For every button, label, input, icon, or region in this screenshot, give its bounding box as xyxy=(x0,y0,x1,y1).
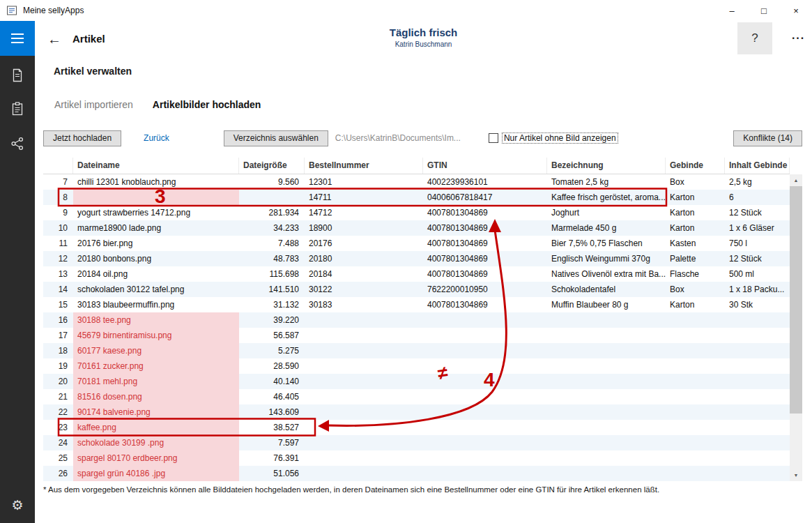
table-row[interactable]: 1630188 tee.png39.220 xyxy=(43,312,790,328)
cell-size: 141.510 xyxy=(239,282,305,297)
cell-gtin xyxy=(423,466,547,481)
cell-pack: Box xyxy=(666,282,725,297)
titlebar: Meine sellyApps – □ × xyxy=(0,0,812,21)
cell-file: 20180 bonbons.png xyxy=(73,251,239,266)
table-row[interactable]: 2290174 balvenie.png143.609 xyxy=(43,404,790,420)
document-search-icon xyxy=(10,68,24,82)
table-row[interactable]: 1970161 zucker.png28.590 xyxy=(43,358,790,374)
cell-order xyxy=(305,420,423,435)
table-row[interactable]: 1530183 blaubeermuffin.png31.13230183400… xyxy=(43,297,790,312)
column-header-3[interactable]: Bestellnummer xyxy=(305,158,423,174)
share-nodes-icon xyxy=(10,137,24,151)
cell-file: chilli 12301 knoblauch.png xyxy=(73,174,239,190)
table-row[interactable]: 7chilli 12301 knoblauch.png9.56012301400… xyxy=(43,174,790,190)
column-header-7[interactable]: Inhalt Gebinde xyxy=(725,158,790,174)
settings-button[interactable]: ⚙ xyxy=(0,491,35,519)
scroll-down-arrow-icon[interactable]: ▼ xyxy=(790,469,802,481)
cell-pack: Kasten xyxy=(666,236,725,251)
conflicts-button[interactable]: Konflikte (14) xyxy=(733,130,802,146)
hamburger-menu-icon xyxy=(11,42,24,43)
sidebar-item-articles[interactable] xyxy=(0,95,35,123)
cell-qty: 1 x 6 Gläser xyxy=(725,220,790,236)
app-icon xyxy=(6,5,17,16)
back-link[interactable]: Zurück xyxy=(144,133,169,143)
column-header-4[interactable]: GTIN xyxy=(423,158,547,174)
upload-now-button[interactable]: Jetzt hochladen xyxy=(43,130,121,146)
table-row[interactable]: 25spargel 80170 erdbeer.png76.391 xyxy=(43,450,790,466)
cell-pack: Karton xyxy=(666,297,725,312)
cell-order: 30183 xyxy=(305,297,423,312)
column-header-5[interactable]: Bezeichnung xyxy=(547,158,666,174)
sidebar-item-import[interactable] xyxy=(0,61,35,89)
cell-gtin: 4007801304869 xyxy=(423,251,547,266)
table-row[interactable]: 1220180 bonbons.png48.783201804007801304… xyxy=(43,251,790,266)
vertical-scrollbar[interactable]: ▲ ▼ xyxy=(790,174,802,481)
cell-gtin xyxy=(423,358,547,374)
maximize-button[interactable]: □ xyxy=(748,0,780,21)
cell-size: 48.783 xyxy=(239,251,305,266)
cell-size: 281.934 xyxy=(239,205,305,220)
cell-num: 25 xyxy=(43,450,73,466)
table-row[interactable]: 1860177 kaese.png5.275 xyxy=(43,343,790,358)
cell-file: schokoladen 30122 tafel.png xyxy=(73,282,239,297)
sidebar-item-share[interactable] xyxy=(0,130,35,158)
table-row[interactable]: 81471104006067818417Kaffee frisch geröst… xyxy=(43,190,790,205)
cell-num: 8 xyxy=(43,190,73,205)
table-row[interactable]: 23kaffee.png38.527 xyxy=(43,420,790,435)
column-header-6[interactable]: Gebinde xyxy=(666,158,725,174)
close-button[interactable]: × xyxy=(780,0,812,21)
cell-file: 81516 dosen.png xyxy=(73,389,239,404)
cell-size: 7.488 xyxy=(239,236,305,251)
table-row[interactable]: 10marme18900 lade.png34.2331890040078013… xyxy=(43,220,790,236)
table-row[interactable]: 1320184 oil.png115.698201844007801304869… xyxy=(43,266,790,282)
filter-checkbox[interactable] xyxy=(489,133,498,143)
cell-name xyxy=(547,389,666,404)
table-row[interactable]: 2181516 dosen.png46.405 xyxy=(43,389,790,404)
column-header-2[interactable]: Dateigröße xyxy=(239,158,305,174)
scrollbar-thumb[interactable] xyxy=(790,186,802,414)
table-row[interactable]: 9yogurt strawberries 14712.png281.934147… xyxy=(43,205,790,220)
cell-size: 5.275 xyxy=(239,343,305,358)
cell-qty: 12 Stück xyxy=(725,251,790,266)
cell-qty xyxy=(725,435,790,450)
table-row[interactable]: 1120176 bier.png7.488201764007801304869B… xyxy=(43,236,790,251)
cell-order: 12301 xyxy=(305,174,423,190)
scroll-up-arrow-icon[interactable]: ▲ xyxy=(790,174,802,186)
more-options-button[interactable]: ··· xyxy=(792,32,805,45)
cell-size: 46.405 xyxy=(239,389,305,404)
choose-directory-button[interactable]: Verzeichnis auswählen xyxy=(224,130,328,146)
table-row[interactable]: 26spargel grün 40186 .jpg51.056 xyxy=(43,466,790,481)
tab-artikel-importieren[interactable]: Artikel importieren xyxy=(54,99,133,110)
cell-num: 19 xyxy=(43,358,73,374)
cell-qty xyxy=(725,328,790,343)
filter-checkbox-group[interactable]: Nur Artikel ohne Bild anzeigen xyxy=(489,132,618,144)
table-row[interactable]: 1745679 birnentiramisu.png56.587 xyxy=(43,328,790,343)
clipboard-icon xyxy=(10,102,24,116)
directory-path: C:\Users\KatrinB\Documents\Im... xyxy=(335,133,461,143)
cell-name xyxy=(547,404,666,420)
cell-order xyxy=(305,343,423,358)
cell-order xyxy=(305,450,423,466)
cell-name xyxy=(547,358,666,374)
hamburger-menu-button[interactable] xyxy=(0,21,35,56)
column-header-1[interactable]: Dateiname xyxy=(73,158,239,174)
cell-gtin: 4007801304869 xyxy=(423,266,547,282)
cell-qty: 6 xyxy=(725,190,790,205)
table-row[interactable]: 14schokoladen 30122 tafel.png141.5103012… xyxy=(43,282,790,297)
footer-note: * Aus dem vorgegeben Verzeichnis können … xyxy=(43,485,659,494)
minimize-button[interactable]: – xyxy=(716,0,748,21)
cell-name xyxy=(547,466,666,481)
tab-artikelbilder-hochladen[interactable]: Artikelbilder hochladen xyxy=(153,99,261,110)
cell-file: 30188 tee.png xyxy=(73,312,239,328)
cell-order xyxy=(305,374,423,389)
column-header-rownum[interactable] xyxy=(43,158,73,174)
cell-pack: Karton xyxy=(666,190,725,205)
filter-checkbox-label[interactable]: Nur Artikel ohne Bild anzeigen xyxy=(502,132,618,144)
table-row[interactable]: 24schokolade 30199 .png7.597 xyxy=(43,435,790,450)
cell-qty: 2,5 kg xyxy=(725,174,790,190)
cell-gtin xyxy=(423,420,547,435)
help-button[interactable]: ? xyxy=(737,22,772,54)
cell-order xyxy=(305,358,423,374)
hamburger-menu-icon xyxy=(11,38,24,39)
table-row[interactable]: 2070181 mehl.png40.140 xyxy=(43,374,790,389)
